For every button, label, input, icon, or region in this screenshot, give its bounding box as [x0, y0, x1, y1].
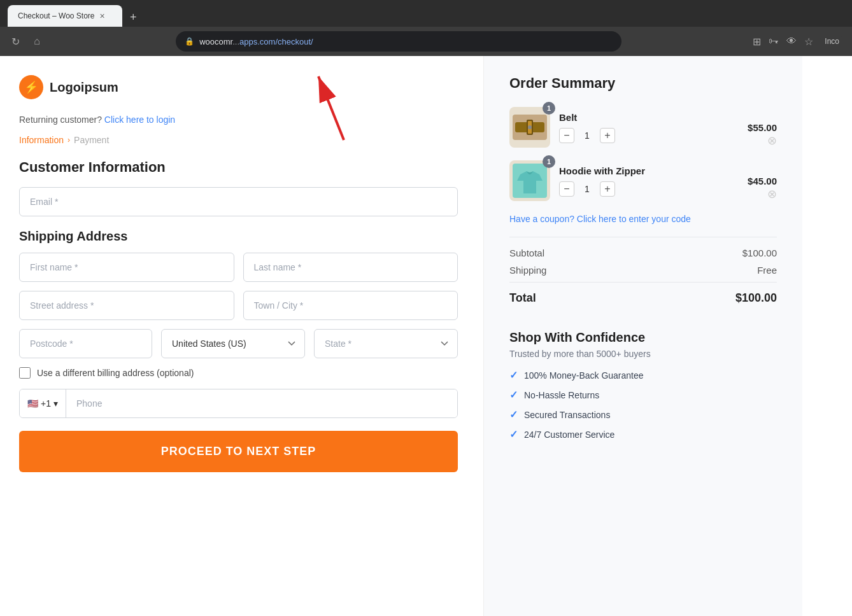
- phone-field[interactable]: [66, 389, 457, 417]
- belt-price: $55.00: [748, 122, 777, 133]
- secure-icon: 🔒: [185, 37, 194, 46]
- key-icon[interactable]: 🗝: [769, 36, 779, 47]
- total-value: $100.00: [735, 291, 777, 305]
- breadcrumb-payment[interactable]: Payment: [74, 135, 109, 145]
- order-totals: Subtotal $100.00 Shipping Free Total $10…: [509, 237, 777, 305]
- logo-text: Logoipsum: [50, 80, 118, 95]
- belt-thumbnail: [513, 115, 547, 140]
- billing-checkbox-row: Use a different billing address (optiona…: [19, 367, 458, 379]
- city-field[interactable]: [243, 291, 458, 320]
- check-icon-3: ✓: [509, 409, 518, 421]
- eye-icon[interactable]: 👁: [786, 36, 797, 47]
- belt-qty-value: 1: [581, 130, 593, 141]
- hoodie-qty-increase[interactable]: +: [600, 181, 615, 197]
- shipping-label: Shipping: [509, 265, 546, 276]
- confidence-item-4: ✓ 24/7 Customer Service: [509, 428, 777, 440]
- belt-remove-button[interactable]: ⊗: [767, 134, 777, 148]
- confidence-item-3: ✓ Secured Transactions: [509, 409, 777, 421]
- address-row: [19, 291, 458, 320]
- belt-details: Belt − 1 +: [559, 112, 739, 143]
- svg-point-5: [528, 125, 532, 129]
- hoodie-remove-button[interactable]: ⊗: [767, 187, 777, 201]
- dropdown-icon: ▾: [53, 398, 58, 409]
- confidence-title: Shop With Confidence: [509, 330, 777, 345]
- subtotal-row: Subtotal $100.00: [509, 248, 777, 258]
- email-group: [19, 187, 458, 216]
- first-name-field[interactable]: [19, 253, 234, 282]
- belt-badge: 1: [543, 102, 555, 115]
- country-select[interactable]: United States (US): [161, 329, 305, 358]
- hoodie-badge: 1: [543, 155, 555, 168]
- confidence-item-1: ✓ 100% Money-Back Guarantee: [509, 369, 777, 381]
- checkout-form-panel: ⚡ Logoipsum Returning customer? Click he…: [0, 56, 484, 616]
- billing-label: Use a different billing address (optiona…: [37, 368, 194, 378]
- street-address-field[interactable]: [19, 291, 234, 320]
- belt-image: 1: [509, 107, 550, 148]
- customer-info-title: Customer Information: [19, 159, 458, 176]
- proceed-button[interactable]: PROCEED TO NEXT STEP: [19, 431, 458, 472]
- breadcrumb-information[interactable]: Information: [19, 135, 64, 145]
- confidence-label-1: 100% Money-Back Guarantee: [524, 370, 644, 381]
- shipping-address-title: Shipping Address: [19, 229, 458, 244]
- returning-customer-text: Returning customer? Click here to login: [19, 115, 458, 125]
- confidence-label-3: Secured Transactions: [524, 410, 610, 420]
- hoodie-price: $45.00: [748, 176, 777, 186]
- check-icon-4: ✓: [509, 428, 518, 440]
- hoodie-qty-decrease[interactable]: −: [559, 181, 574, 197]
- logo-area: ⚡ Logoipsum: [19, 75, 458, 99]
- belt-name: Belt: [559, 112, 739, 123]
- bookmark-icon[interactable]: ☆: [804, 36, 813, 48]
- order-summary-panel: Order Summary 1 Belt − 1: [484, 56, 802, 616]
- url-bar[interactable]: 🔒 woocomr...apps.com/checkout/: [176, 31, 621, 52]
- name-row: [19, 253, 458, 282]
- check-icon-1: ✓: [509, 369, 518, 381]
- phone-row: 🇺🇸 +1 ▾: [19, 389, 458, 418]
- browser-tab[interactable]: Checkout – Woo Store ×: [8, 5, 122, 27]
- refresh-button[interactable]: ↻: [8, 36, 23, 48]
- grid-icon[interactable]: ⊞: [753, 36, 761, 48]
- phone-code: +1: [41, 398, 51, 409]
- order-item-hoodie: 1 Hoodie with Zipper − 1 + $45.00 ⊗: [509, 160, 777, 201]
- hoodie-thumbnail: [513, 164, 547, 198]
- incognito-badge: Inco: [820, 36, 844, 47]
- flag-icon: 🇺🇸: [27, 398, 38, 409]
- hoodie-qty-controls: − 1 +: [559, 181, 739, 197]
- subtotal-label: Subtotal: [509, 248, 544, 258]
- belt-qty-decrease[interactable]: −: [559, 128, 574, 143]
- shipping-value: Free: [757, 265, 777, 276]
- billing-checkbox[interactable]: [19, 367, 31, 379]
- phone-country-selector[interactable]: 🇺🇸 +1 ▾: [20, 389, 66, 417]
- hoodie-qty-value: 1: [581, 184, 593, 194]
- logo-icon: ⚡: [19, 75, 43, 99]
- login-link[interactable]: Click here to login: [104, 115, 175, 125]
- hoodie-image: 1: [509, 160, 550, 201]
- grand-total-row: Total $100.00: [509, 282, 777, 305]
- confidence-label-2: No-Hassle Returns: [524, 390, 599, 400]
- breadcrumb-separator: ›: [67, 136, 70, 144]
- email-field[interactable]: [19, 187, 458, 216]
- state-select[interactable]: State *: [314, 329, 458, 358]
- postcode-field[interactable]: [19, 329, 152, 358]
- url-prefix: woocomr: [199, 37, 232, 46]
- shop-confidence-section: Shop With Confidence Trusted by more tha…: [509, 330, 777, 440]
- url-path: apps.com/checkout/: [239, 37, 313, 46]
- confidence-item-2: ✓ No-Hassle Returns: [509, 389, 777, 401]
- check-icon-2: ✓: [509, 389, 518, 401]
- confidence-subtitle: Trusted by more than 5000+ buyers: [509, 349, 777, 359]
- toolbar-icons: ⊞ 🗝 👁 ☆: [753, 36, 813, 48]
- home-button[interactable]: ⌂: [29, 36, 45, 47]
- total-label: Total: [509, 291, 536, 305]
- tab-close-button[interactable]: ×: [100, 11, 105, 21]
- hoodie-details: Hoodie with Zipper − 1 +: [559, 165, 739, 197]
- tab-title: Checkout – Woo Store: [18, 11, 95, 20]
- order-summary-title: Order Summary: [509, 75, 777, 92]
- subtotal-value: $100.00: [742, 248, 777, 258]
- last-name-field[interactable]: [243, 253, 458, 282]
- confidence-label-4: 24/7 Customer Service: [524, 430, 614, 440]
- coupon-link[interactable]: Have a coupon? Click here to enter your …: [509, 214, 777, 224]
- shipping-row: Shipping Free: [509, 265, 777, 276]
- breadcrumb: Information › Payment: [19, 135, 458, 145]
- belt-qty-controls: − 1 +: [559, 128, 739, 143]
- new-tab-button[interactable]: +: [125, 8, 142, 27]
- belt-qty-increase[interactable]: +: [600, 128, 615, 143]
